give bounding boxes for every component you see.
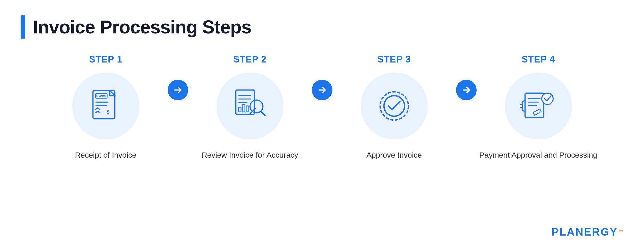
approve-icon xyxy=(376,88,412,124)
step-4-circle xyxy=(505,73,572,139)
step-4-description: Payment Approval and Processing xyxy=(479,150,597,160)
step-2-description: Review Invoice for Accuracy xyxy=(202,150,298,160)
svg-text:$: $ xyxy=(106,109,109,115)
step-2-label: STEP 2 xyxy=(233,54,267,65)
svg-rect-24 xyxy=(533,109,541,115)
steps-container: STEP 1 INVOICE $ xyxy=(21,54,623,241)
svg-text:INVOICE: INVOICE xyxy=(96,95,106,98)
review-icon xyxy=(232,88,268,124)
page-header: Invoice Processing Steps xyxy=(21,15,623,39)
arrow-1 xyxy=(168,54,188,100)
arrow-3-circle xyxy=(456,80,477,100)
arrow-right-icon xyxy=(173,85,183,95)
svg-rect-13 xyxy=(242,105,245,112)
planergy-branding: PLANERGY ™ xyxy=(552,226,623,238)
step-2-circle xyxy=(217,73,284,139)
step-3-description: Approve Invoice xyxy=(366,150,422,160)
svg-rect-14 xyxy=(246,106,249,112)
step-1-description: Receipt of Invoice xyxy=(75,150,136,160)
svg-line-16 xyxy=(261,111,265,116)
step-3-circle xyxy=(361,73,428,139)
header-accent-bar xyxy=(21,15,25,39)
arrow-1-circle xyxy=(168,80,188,100)
planergy-tm: ™ xyxy=(619,229,623,235)
step-2: STEP 2 Review Invoice for Accu xyxy=(186,54,314,160)
page-title: Invoice Processing Steps xyxy=(33,16,251,38)
step-4-label: STEP 4 xyxy=(522,54,555,65)
invoice-icon: INVOICE $ xyxy=(88,88,124,124)
step-3-label: STEP 3 xyxy=(377,54,411,65)
svg-rect-12 xyxy=(238,107,241,112)
arrow-right-3-icon xyxy=(461,85,471,95)
svg-point-19 xyxy=(384,96,405,116)
step-1-label: STEP 1 xyxy=(89,54,122,65)
arrow-3 xyxy=(456,54,477,100)
step-3: STEP 3 Approve Invoice xyxy=(330,54,459,160)
arrow-2 xyxy=(312,54,332,100)
step-4: STEP 4 Payment Approval and Pr xyxy=(474,54,603,160)
step-1: STEP 1 INVOICE $ xyxy=(41,54,170,160)
step-1-circle: INVOICE $ xyxy=(72,73,139,139)
planergy-name: PLANERGY xyxy=(552,226,618,238)
svg-point-25 xyxy=(542,93,553,104)
arrow-right-2-icon xyxy=(317,85,327,95)
payment-icon xyxy=(520,88,556,124)
arrow-2-circle xyxy=(312,80,332,100)
